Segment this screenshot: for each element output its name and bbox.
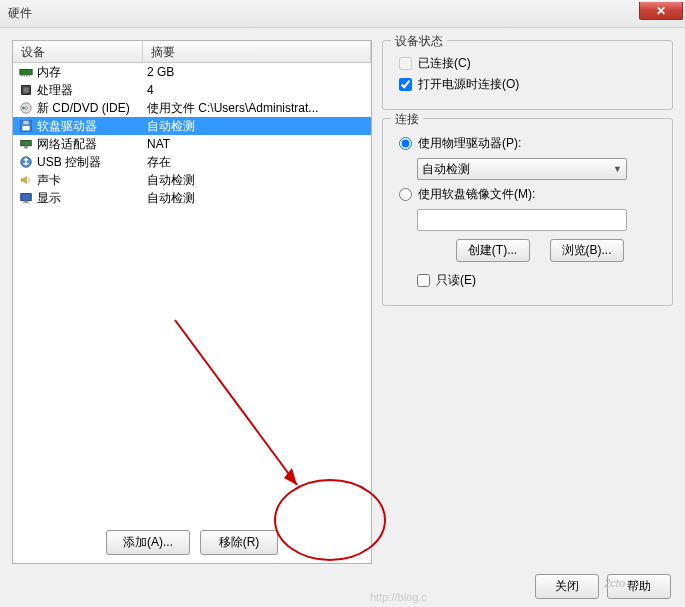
use-image-label: 使用软盘镜像文件(M): xyxy=(418,186,535,203)
table-row[interactable]: 新 CD/DVD (IDE)使用文件 C:\Users\Administrat.… xyxy=(13,99,371,117)
device-name: 显示 xyxy=(35,190,143,207)
create-button[interactable]: 创建(T)... xyxy=(456,239,530,262)
floppy-icon xyxy=(17,119,35,133)
device-name: 网络适配器 xyxy=(35,136,143,153)
browse-button[interactable]: 浏览(B)... xyxy=(550,239,624,262)
device-summary: NAT xyxy=(143,137,367,151)
use-physical-radio-row[interactable]: 使用物理驱动器(P): xyxy=(399,135,662,152)
image-path-input[interactable] xyxy=(417,209,627,231)
connect-poweron-label: 打开电源时连接(O) xyxy=(418,76,519,93)
connected-label: 已连接(C) xyxy=(418,55,471,72)
device-summary: 4 xyxy=(143,83,367,97)
device-summary: 使用文件 C:\Users\Administrat... xyxy=(143,100,367,117)
connection-group: 连接 使用物理驱动器(P): 自动检测 ▼ 使用软盘镜像文件(M): 创建(T)… xyxy=(382,118,673,306)
window-title: 硬件 xyxy=(8,5,32,22)
device-name: 软盘驱动器 xyxy=(35,118,143,135)
device-summary: 存在 xyxy=(143,154,367,171)
cpu-icon xyxy=(17,83,35,97)
connect-poweron-checkbox[interactable] xyxy=(399,78,412,91)
usb-icon xyxy=(17,155,35,169)
device-status-group: 设备状态 已连接(C) 打开电源时连接(O) xyxy=(382,40,673,110)
memory-icon xyxy=(17,65,35,79)
cd-icon xyxy=(17,101,35,115)
device-name: USB 控制器 xyxy=(35,154,143,171)
network-icon xyxy=(17,137,35,151)
device-summary: 自动检测 xyxy=(143,172,367,189)
physical-drive-select[interactable]: 自动检测 ▼ xyxy=(417,158,627,180)
readonly-checkbox[interactable] xyxy=(417,274,430,287)
connected-checkbox-row[interactable]: 已连接(C) xyxy=(399,55,662,72)
table-row[interactable]: 声卡自动检测 xyxy=(13,171,371,189)
table-row[interactable]: USB 控制器存在 xyxy=(13,153,371,171)
device-summary: 自动检测 xyxy=(143,190,367,207)
device-name: 声卡 xyxy=(35,172,143,189)
device-summary: 自动检测 xyxy=(143,118,367,135)
readonly-label: 只读(E) xyxy=(436,272,476,289)
sound-icon xyxy=(17,173,35,187)
use-physical-label: 使用物理驱动器(P): xyxy=(418,135,521,152)
close-window-button[interactable]: ✕ xyxy=(639,2,683,20)
device-name: 处理器 xyxy=(35,82,143,99)
table-row[interactable]: 处理器4 xyxy=(13,81,371,99)
device-list-panel: 设备 摘要 内存2 GB处理器4新 CD/DVD (IDE)使用文件 C:\Us… xyxy=(12,40,372,564)
table-row[interactable]: 网络适配器NAT xyxy=(13,135,371,153)
device-name: 新 CD/DVD (IDE) xyxy=(35,100,143,117)
watermark-url: http://blog.c xyxy=(370,591,427,603)
display-icon xyxy=(17,191,35,205)
use-image-radio-row[interactable]: 使用软盘镜像文件(M): xyxy=(399,186,662,203)
connected-checkbox[interactable] xyxy=(399,57,412,70)
device-table-body: 内存2 GB处理器4新 CD/DVD (IDE)使用文件 C:\Users\Ad… xyxy=(13,63,371,207)
table-row[interactable]: 内存2 GB xyxy=(13,63,371,81)
table-header: 设备 摘要 xyxy=(13,41,371,63)
col-summary[interactable]: 摘要 xyxy=(143,41,371,62)
close-icon: ✕ xyxy=(656,4,666,18)
col-device[interactable]: 设备 xyxy=(13,41,143,62)
physical-drive-value: 自动检测 xyxy=(422,161,470,178)
use-image-radio[interactable] xyxy=(399,188,412,201)
readonly-checkbox-row[interactable]: 只读(E) xyxy=(417,272,662,289)
titlebar: 硬件 ✕ xyxy=(0,0,685,28)
status-group-title: 设备状态 xyxy=(391,33,447,50)
help-button[interactable]: 帮助 xyxy=(607,574,671,599)
device-name: 内存 xyxy=(35,64,143,81)
close-button[interactable]: 关闭 xyxy=(535,574,599,599)
connect-poweron-checkbox-row[interactable]: 打开电源时连接(O) xyxy=(399,76,662,93)
table-row[interactable]: 软盘驱动器自动检测 xyxy=(13,117,371,135)
table-row[interactable]: 显示自动检测 xyxy=(13,189,371,207)
remove-button[interactable]: 移除(R) xyxy=(200,530,278,555)
chevron-down-icon: ▼ xyxy=(613,164,622,174)
connection-group-title: 连接 xyxy=(391,111,423,128)
add-button[interactable]: 添加(A)... xyxy=(106,530,190,555)
device-summary: 2 GB xyxy=(143,65,367,79)
use-physical-radio[interactable] xyxy=(399,137,412,150)
